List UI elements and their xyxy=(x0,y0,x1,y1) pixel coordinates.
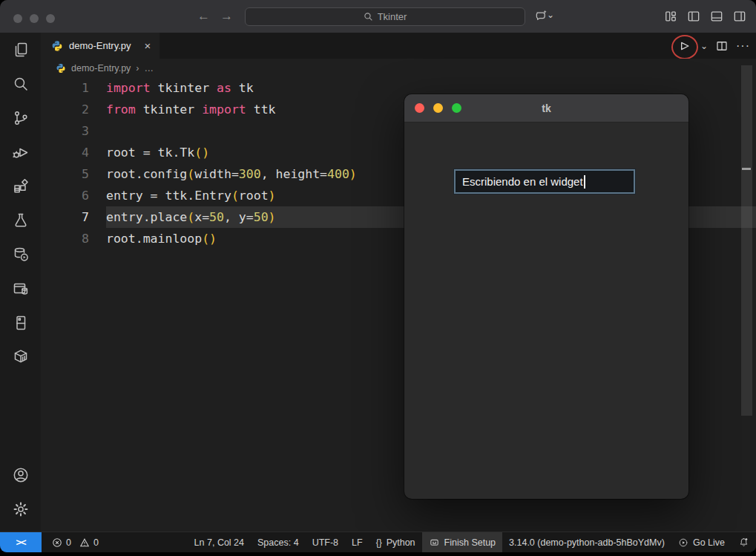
toggle-panel-icon[interactable] xyxy=(709,9,724,24)
search-icon xyxy=(364,12,373,22)
activity-bar-item-accounts[interactable] xyxy=(0,458,41,492)
run-debug-icon xyxy=(12,143,30,161)
status-label: LF xyxy=(352,537,363,548)
run-options-chevron-icon[interactable]: ⌄ xyxy=(700,41,708,51)
status-indentation[interactable]: Spaces: 4 xyxy=(251,532,306,552)
title-bar: ← → Tkinter ⌄ xyxy=(0,0,756,33)
activity-bar-item-source-control[interactable] xyxy=(0,101,41,135)
nav-forward-icon[interactable]: → xyxy=(220,9,233,24)
problems-indicator[interactable]: 0 0 xyxy=(52,537,103,548)
chevron-down-icon: ⌄ xyxy=(547,10,554,20)
zoom-window-icon[interactable] xyxy=(46,14,55,23)
search-value: Tkinter xyxy=(378,11,407,22)
split-editor-icon[interactable] xyxy=(715,39,729,53)
status-language-mode[interactable]: {}Python xyxy=(369,532,422,552)
nav-back-icon[interactable]: ← xyxy=(197,9,210,24)
annotation-circle xyxy=(671,35,698,59)
close-tab-icon[interactable]: × xyxy=(145,39,151,52)
tk-entry-widget[interactable]: Escribiendo en el widget xyxy=(454,169,635,194)
extensions-icon xyxy=(12,177,30,195)
tab-demo-entry[interactable]: demo-Entry.py × xyxy=(41,33,160,59)
line-number[interactable]: 6 xyxy=(41,185,106,206)
bell-dot-icon xyxy=(738,537,749,548)
database-icon xyxy=(12,246,30,264)
close-window-icon[interactable] xyxy=(13,14,22,23)
minimize-window-icon[interactable] xyxy=(30,14,39,23)
tab-label: demo-Entry.py xyxy=(69,40,131,51)
error-icon xyxy=(52,537,62,548)
activity-bar-item-testing[interactable] xyxy=(0,203,41,238)
tk-minimize-icon[interactable] xyxy=(433,103,443,113)
customize-layout-icon[interactable] xyxy=(663,9,678,24)
source-control-icon xyxy=(12,109,30,127)
tab-bar: demo-Entry.py × ⌄ ··· xyxy=(41,33,756,59)
activity-bar-item-storage-explorer[interactable] xyxy=(0,306,41,340)
testing-icon xyxy=(12,212,30,229)
tk-app-window[interactable]: tk Escribiendo en el widget xyxy=(404,94,688,499)
line-number[interactable]: 3 xyxy=(41,120,106,142)
error-count: 0 xyxy=(66,537,71,548)
tk-close-icon[interactable] xyxy=(415,103,424,113)
tk-title-bar[interactable]: tk xyxy=(404,94,688,122)
activity-bar-item-settings[interactable] xyxy=(0,492,41,526)
database-client-icon xyxy=(12,280,30,298)
python-file-icon xyxy=(51,40,63,52)
status-go-live[interactable]: Go Live xyxy=(671,532,732,552)
status-cursor-position[interactable]: Ln 7, Col 24 xyxy=(188,532,251,552)
braces-icon: {} xyxy=(376,537,382,548)
breadcrumb-file[interactable]: demo-Entry.py xyxy=(71,63,131,73)
status-label: UTF-8 xyxy=(312,537,338,548)
status-label: Ln 7, Col 24 xyxy=(194,537,244,548)
python-file-icon xyxy=(56,63,66,73)
editor-scrollbar[interactable] xyxy=(741,65,752,416)
storage-icon xyxy=(12,314,30,332)
line-number[interactable]: 5 xyxy=(41,163,106,185)
breadcrumb-symbol[interactable]: … xyxy=(145,63,154,73)
warning-count: 0 xyxy=(93,537,99,548)
activity-bar-item-explorer[interactable] xyxy=(0,33,41,67)
status-bar: >< 0 0 Ln 7, Col 24Spaces: 4UTF-8LF{}Pyt… xyxy=(0,532,756,552)
more-actions-icon[interactable]: ··· xyxy=(736,39,750,53)
warning-icon xyxy=(79,537,90,548)
activity-bar-item-database-tools[interactable] xyxy=(0,238,41,272)
copilot-menu[interactable]: ⌄ xyxy=(534,7,554,22)
activity-bar-item-extensions[interactable] xyxy=(0,169,41,203)
status-finish-setup[interactable]: Finish Setup xyxy=(422,532,502,552)
broadcast-icon xyxy=(678,537,688,548)
remote-indicator[interactable]: >< xyxy=(0,532,42,552)
status-label: Go Live xyxy=(693,537,725,548)
status-notifications[interactable] xyxy=(732,532,756,552)
status-eol[interactable]: LF xyxy=(345,532,369,552)
line-number[interactable]: 7 xyxy=(41,206,106,228)
robot-icon xyxy=(429,537,440,548)
breadcrumb-separator: › xyxy=(136,63,139,73)
accounts-icon xyxy=(12,466,30,484)
toggle-primary-sidebar-icon[interactable] xyxy=(686,9,701,24)
line-number[interactable]: 8 xyxy=(41,228,106,249)
line-number[interactable]: 4 xyxy=(41,142,106,163)
toggle-secondary-sidebar-icon[interactable] xyxy=(732,9,747,24)
status-label: Spaces: 4 xyxy=(257,537,299,548)
status-label: Finish Setup xyxy=(444,537,496,548)
status-python-interpreter[interactable]: 3.14.0 (demo-python-adb-5hBoYdMv) xyxy=(502,532,671,552)
activity-bar-item-run-debug[interactable] xyxy=(0,135,41,169)
tk-entry-value: Escribiendo en el widget xyxy=(462,175,583,188)
line-number[interactable]: 2 xyxy=(41,99,106,120)
breadcrumb[interactable]: demo-Entry.py › … xyxy=(41,59,756,77)
vscode-window: ← → Tkinter ⌄ demo-Entry.py × xyxy=(0,0,756,552)
explorer-icon xyxy=(12,41,30,59)
tk-traffic-lights[interactable] xyxy=(415,103,461,113)
tk-zoom-icon[interactable] xyxy=(452,103,461,113)
containers-icon xyxy=(12,348,30,366)
activity-bar-item-containers[interactable] xyxy=(0,340,41,374)
activity-bar-item-search[interactable] xyxy=(0,67,41,101)
command-center-search[interactable]: Tkinter xyxy=(245,7,525,26)
run-python-file-button[interactable] xyxy=(671,33,697,59)
macos-traffic-lights[interactable] xyxy=(13,14,55,23)
activity-bar-item-database-client[interactable] xyxy=(0,272,41,306)
activity-bar xyxy=(0,33,41,532)
tk-window-title: tk xyxy=(542,102,550,114)
status-encoding[interactable]: UTF-8 xyxy=(306,532,345,552)
line-number[interactable]: 1 xyxy=(41,77,106,99)
status-label: 3.14.0 (demo-python-adb-5hBoYdMv) xyxy=(509,537,665,548)
